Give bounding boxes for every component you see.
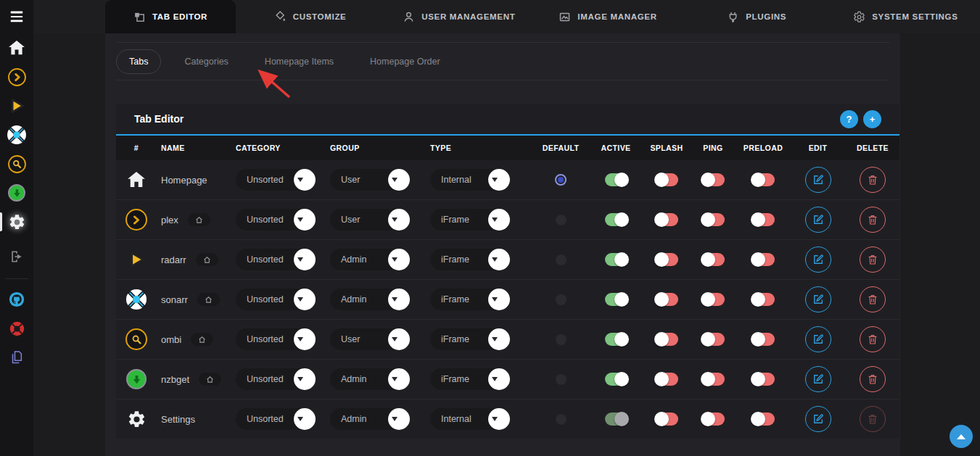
splash-toggle[interactable] — [656, 173, 678, 186]
topnav-tab-plugins[interactable]: PLUGINS — [683, 0, 831, 33]
category-select[interactable]: Unsorted — [236, 289, 316, 310]
preload-toggle[interactable] — [752, 373, 775, 386]
sidebar-item-radarr[interactable] — [0, 91, 33, 120]
edit-button[interactable] — [805, 366, 831, 392]
topnav-tab-user-management[interactable]: USER MANAGEMENT — [384, 0, 533, 33]
category-select[interactable]: Unsorted — [236, 368, 316, 390]
sidebar-item-github[interactable] — [0, 285, 33, 314]
category-select[interactable]: Unsorted — [236, 169, 316, 191]
category-value: Unsorted — [247, 215, 284, 225]
active-toggle[interactable] — [605, 413, 627, 426]
category-select[interactable]: Unsorted — [236, 249, 316, 270]
edit-button[interactable] — [805, 286, 831, 312]
active-toggle[interactable] — [605, 173, 627, 186]
edit-button[interactable] — [805, 406, 831, 432]
preload-toggle[interactable] — [752, 413, 775, 426]
default-radio[interactable] — [556, 215, 567, 225]
sidebar-item-nzbget[interactable] — [0, 178, 33, 207]
sidebar-item-ombi[interactable] — [0, 149, 33, 178]
delete-button[interactable] — [860, 167, 886, 193]
group-select[interactable]: Admin — [330, 368, 410, 390]
ping-toggle[interactable] — [702, 333, 725, 346]
active-toggle[interactable] — [605, 293, 627, 306]
active-toggle[interactable] — [605, 373, 627, 386]
edit-button[interactable] — [805, 207, 831, 233]
default-radio[interactable] — [555, 174, 567, 186]
default-radio[interactable] — [556, 334, 567, 345]
edit-button[interactable] — [805, 167, 831, 193]
group-select[interactable]: User — [330, 209, 410, 231]
topnav-tab-customize[interactable]: CUSTOMIZE — [236, 0, 384, 33]
delete-button[interactable] — [860, 207, 886, 233]
edit-button[interactable] — [805, 246, 831, 273]
active-toggle[interactable] — [605, 253, 627, 266]
active-toggle[interactable] — [605, 213, 627, 226]
add-tab-button[interactable]: + — [863, 110, 881, 128]
help-button[interactable]: ? — [840, 110, 858, 128]
splash-toggle[interactable] — [656, 293, 678, 306]
ping-toggle[interactable] — [702, 413, 725, 426]
preload-toggle[interactable] — [752, 253, 775, 266]
sidebar-item-settings[interactable] — [0, 207, 33, 236]
sidebar-item-home[interactable] — [0, 33, 33, 62]
ping-toggle[interactable] — [702, 253, 725, 266]
type-select[interactable]: iFrame — [430, 249, 510, 270]
splash-toggle[interactable] — [656, 213, 678, 226]
sidebar-item-logout[interactable] — [0, 242, 33, 271]
ping-toggle[interactable] — [702, 373, 725, 386]
group-select[interactable]: User — [330, 328, 410, 350]
topnav-tab-image-manager[interactable]: IMAGE MANAGER — [533, 0, 682, 33]
delete-button[interactable] — [860, 406, 886, 432]
splash-toggle[interactable] — [656, 413, 678, 426]
splash-toggle[interactable] — [656, 333, 678, 346]
category-select[interactable]: Unsorted — [236, 328, 316, 350]
column-header-type: TYPE — [426, 144, 451, 152]
ping-toggle[interactable] — [702, 173, 725, 186]
subtab-homepage-order[interactable]: Homepage Order — [357, 49, 453, 74]
topnav-tab-tab-editor[interactable]: TAB EDITOR — [105, 0, 236, 33]
scroll-to-top-button[interactable] — [950, 425, 973, 448]
sidebar-item-docs[interactable] — [0, 343, 33, 372]
splash-toggle[interactable] — [656, 373, 678, 386]
delete-button[interactable] — [860, 286, 886, 312]
group-select[interactable]: Admin — [330, 249, 410, 270]
default-radio[interactable] — [556, 414, 567, 425]
type-select[interactable]: iFrame — [430, 368, 510, 390]
subtab-tabs[interactable]: Tabs — [116, 49, 161, 74]
subtab-homepage-items[interactable]: Homepage Items — [252, 49, 347, 74]
ping-toggle[interactable] — [702, 293, 725, 306]
delete-button[interactable] — [860, 366, 886, 392]
type-select[interactable]: iFrame — [430, 328, 510, 350]
type-select[interactable]: Internal — [430, 408, 510, 430]
table-row: SettingsUnsortedAdminInternal — [116, 399, 899, 439]
preload-toggle[interactable] — [752, 333, 775, 346]
edit-button[interactable] — [805, 326, 831, 352]
sidebar-item-sonarr[interactable] — [0, 120, 33, 149]
sidebar-item-support[interactable] — [0, 314, 33, 343]
category-select[interactable]: Unsorted — [236, 408, 316, 430]
default-radio[interactable] — [556, 254, 567, 265]
group-select[interactable]: Admin — [330, 289, 410, 310]
type-select[interactable]: iFrame — [430, 289, 510, 310]
active-toggle[interactable] — [605, 333, 627, 346]
type-select[interactable]: Internal — [430, 169, 510, 191]
preload-toggle[interactable] — [752, 213, 775, 226]
group-select[interactable]: Admin — [330, 408, 410, 430]
splash-toggle[interactable] — [656, 253, 678, 266]
tab-name: plex — [161, 215, 178, 225]
default-radio[interactable] — [556, 294, 567, 305]
default-radio[interactable] — [556, 374, 567, 385]
delete-button[interactable] — [860, 246, 886, 273]
sidebar-item-plex[interactable] — [0, 62, 33, 91]
delete-button[interactable] — [860, 326, 886, 352]
sidebar-item-menu[interactable] — [0, 0, 33, 33]
group-select[interactable]: User — [330, 169, 410, 191]
subtab-categories[interactable]: Categories — [171, 49, 241, 74]
category-select[interactable]: Unsorted — [236, 209, 316, 231]
topnav-tab-system-settings[interactable]: SYSTEM SETTINGS — [831, 0, 980, 33]
preload-toggle[interactable] — [752, 293, 775, 306]
ombi-icon — [8, 155, 26, 173]
ping-toggle[interactable] — [702, 213, 725, 226]
type-select[interactable]: iFrame — [430, 209, 510, 231]
preload-toggle[interactable] — [752, 173, 775, 186]
